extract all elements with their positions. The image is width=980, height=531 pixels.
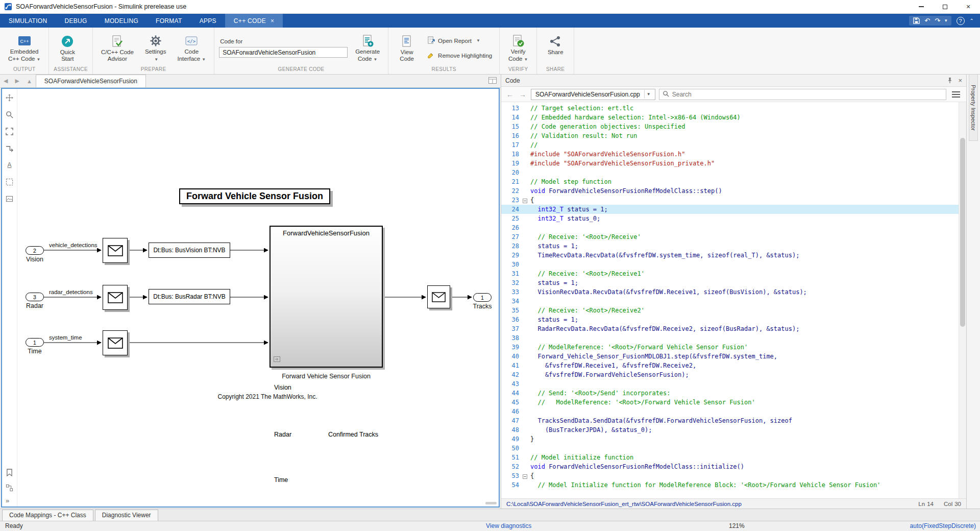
- code-line[interactable]: 44 // Send: '<Root>/Send' incorporates:: [501, 389, 959, 398]
- code-line[interactable]: 31 // Receive: '<Root>/Receive1': [501, 269, 959, 278]
- code-line[interactable]: 50: [501, 444, 959, 453]
- up-level-icon[interactable]: ▲: [23, 78, 36, 84]
- maximize-button[interactable]: [933, 0, 957, 13]
- tab-close-icon[interactable]: ×: [271, 17, 274, 25]
- code-line[interactable]: 22void ForwardVehicleSensorFusionRefMode…: [501, 186, 959, 196]
- quick-start-button[interactable]: Quick Start: [54, 33, 81, 64]
- redo-icon[interactable]: ↷: [935, 17, 940, 24]
- help-icon[interactable]: ?: [957, 17, 965, 25]
- close-button[interactable]: ×: [957, 0, 980, 13]
- menu-icon[interactable]: [952, 91, 960, 98]
- receive-block-vision[interactable]: [103, 238, 128, 263]
- verify-code-button[interactable]: Verify Code▼: [504, 32, 532, 64]
- document-tab[interactable]: SOAForwardVehicleSensorFusion: [36, 75, 146, 87]
- code-line[interactable]: 19#include "SOAForwardVehicleSensorFusio…: [501, 159, 959, 168]
- code-line[interactable]: 38: [501, 333, 959, 343]
- minimize-button[interactable]: [910, 0, 933, 13]
- search-input[interactable]: [672, 91, 943, 98]
- generate-code-button[interactable]: Generate Code▼: [352, 32, 383, 64]
- collapse-ribbon-icon[interactable]: ⌃: [970, 17, 974, 24]
- solver-info[interactable]: auto(FixedStepDiscrete): [910, 522, 976, 529]
- code-line[interactable]: 46: [501, 407, 959, 416]
- inport-radar[interactable]: 3: [26, 293, 44, 301]
- signal-lines[interactable]: [17, 89, 500, 446]
- code-line[interactable]: 51// Model initialize function: [501, 453, 959, 462]
- code-line[interactable]: 16// Validation result: Not run: [501, 131, 959, 140]
- code-scrollbar-thumb[interactable]: [960, 138, 965, 327]
- forward-icon[interactable]: ▶: [11, 78, 22, 84]
- share-button[interactable]: Share: [542, 33, 569, 64]
- editor-layout-icon[interactable]: [488, 77, 497, 86]
- zoom-icon[interactable]: [5, 110, 14, 119]
- code-line[interactable]: 52void ForwardVehicleSensorFusionRefMode…: [501, 462, 959, 471]
- save-icon[interactable]: [913, 17, 920, 24]
- outport-tracks-label[interactable]: Tracks: [464, 303, 500, 310]
- viewmarks-icon[interactable]: [5, 468, 14, 477]
- property-inspector-tab[interactable]: Property Inspector: [969, 75, 978, 141]
- embedded-cpp-code-button[interactable]: C++ Embedded C++ Code▼: [5, 32, 44, 64]
- code-line[interactable]: 28 status = 1;: [501, 242, 959, 251]
- model-reference-block[interactable]: ForwardVehicleSensorFusion Vision Radar …: [270, 226, 383, 368]
- remove-highlighting-button[interactable]: Remove Highlighting: [425, 50, 495, 61]
- code-line[interactable]: 13// Target selection: ert.tlc: [501, 104, 959, 113]
- inport-time[interactable]: 1: [26, 338, 44, 347]
- code-line[interactable]: 23−{: [501, 196, 959, 205]
- code-line[interactable]: 18#include "SOAForwardVehicleSensorFusio…: [501, 150, 959, 159]
- code-line[interactable]: 15// Code generation objectives: Unspeci…: [501, 122, 959, 131]
- code-line[interactable]: 49}: [501, 435, 959, 444]
- tab-modeling[interactable]: MODELING: [96, 14, 147, 28]
- inport-vision[interactable]: 2: [26, 246, 44, 255]
- settings-button[interactable]: Settings ▼: [141, 32, 170, 64]
- receive-block-radar[interactable]: [103, 285, 128, 310]
- undo-icon[interactable]: ↶: [924, 17, 930, 24]
- annotation-icon[interactable]: A: [5, 160, 14, 170]
- code-line[interactable]: 30: [501, 260, 959, 269]
- copyright-annotation[interactable]: Copyright 2021 The MathWorks, Inc.: [201, 393, 334, 400]
- tab-cpp-code[interactable]: C++ CODE ×: [225, 14, 283, 28]
- receive-block-time[interactable]: [103, 330, 128, 355]
- tab-code-mappings[interactable]: Code Mappings - C++ Class: [2, 510, 93, 521]
- tab-apps[interactable]: APPS: [191, 14, 225, 28]
- code-line[interactable]: 53−{: [501, 471, 959, 480]
- code-line[interactable]: 26: [501, 223, 959, 232]
- code-back-icon[interactable]: ←: [505, 90, 514, 99]
- signal-label-radar-detections[interactable]: radar_detections: [49, 289, 93, 295]
- zoom-level[interactable]: 121%: [729, 522, 745, 529]
- inport-vision-label[interactable]: Vision: [17, 256, 53, 263]
- code-line[interactable]: 21// Model step function: [501, 177, 959, 186]
- pan-icon[interactable]: [5, 93, 14, 102]
- model-block-caption[interactable]: Forward Vehicle Sensor Fusion: [270, 373, 383, 380]
- inport-time-label[interactable]: Time: [17, 348, 53, 355]
- view-code-button[interactable]: View Code: [393, 33, 421, 64]
- route-lines-icon[interactable]: [5, 143, 14, 153]
- code-line[interactable]: 20: [501, 168, 959, 177]
- view-diagnostics-link[interactable]: View diagnostics: [486, 522, 531, 529]
- code-interface-button[interactable]: </> Code Interface▼: [174, 32, 209, 64]
- code-line[interactable]: 42 &fvsfrefDW.ForwardVehicleSensorFusion…: [501, 370, 959, 379]
- area-select-icon[interactable]: [5, 177, 14, 186]
- code-line[interactable]: 36 status = 1;: [501, 315, 959, 324]
- file-dropdown[interactable]: SOAForwardVehicleSensorFusion.cpp ▼: [531, 89, 655, 100]
- code-scrollbar[interactable]: [959, 102, 966, 498]
- code-view[interactable]: 13// Target selection: ert.tlc14// Embed…: [501, 102, 966, 498]
- code-for-input[interactable]: [219, 47, 348, 58]
- back-icon[interactable]: ◀: [0, 78, 11, 84]
- outport-tracks[interactable]: 1: [473, 293, 492, 302]
- pin-icon[interactable]: [947, 77, 953, 84]
- model-canvas[interactable]: Forward Vehicle Sensor Fusion 2 Vision v…: [17, 89, 499, 506]
- code-line[interactable]: 25 int32_T status_0;: [501, 214, 959, 223]
- code-line[interactable]: 14// Embedded hardware selection: Intel-…: [501, 113, 959, 122]
- code-line[interactable]: 33 VisionRecvData.RecvData(&fvsfrefDW.Re…: [501, 287, 959, 297]
- diagram-title-annotation[interactable]: Forward Vehicle Sensor Fusion: [179, 188, 330, 204]
- code-line[interactable]: 17//: [501, 140, 959, 150]
- tab-simulation[interactable]: SIMULATION: [0, 14, 56, 28]
- code-line[interactable]: 29 TimeRecvData.RecvData(&fvsfrefDW.syst…: [501, 251, 959, 260]
- data-type-conversion-vision[interactable]: Dt:Bus: BusVision BT:NVB: [149, 243, 230, 258]
- code-line[interactable]: 41 &fvsfrefDW.Receive1, &fvsfrefDW.Recei…: [501, 361, 959, 370]
- close-panel-icon[interactable]: ×: [958, 77, 962, 84]
- quick-access-dropdown-icon[interactable]: ▾: [945, 17, 947, 24]
- expand-panel-icon[interactable]: »: [6, 497, 9, 504]
- fit-view-icon[interactable]: [5, 127, 14, 136]
- data-type-conversion-radar[interactable]: Dt:Bus: BusRadar BT:NVB: [149, 289, 230, 304]
- signal-label-system-time[interactable]: system_time: [49, 334, 82, 341]
